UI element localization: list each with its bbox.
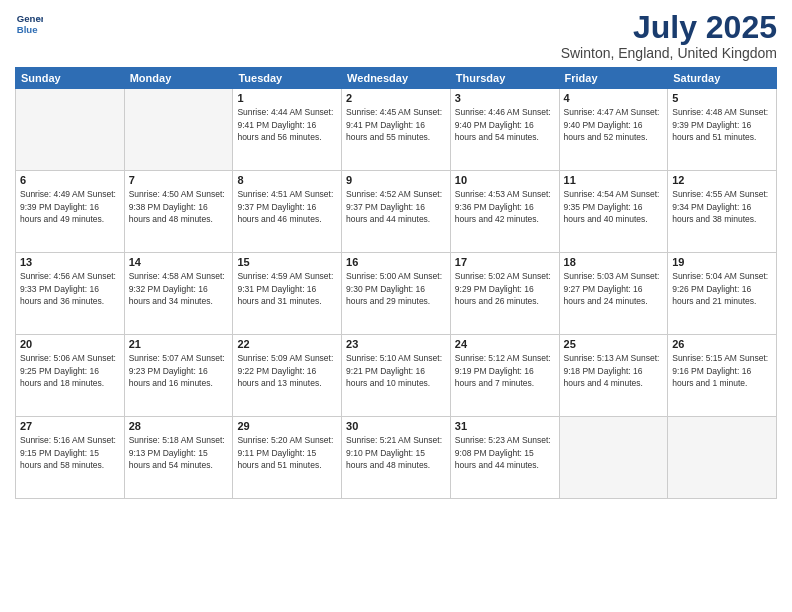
day-number: 3: [455, 92, 555, 104]
day-number: 14: [129, 256, 229, 268]
day-number: 12: [672, 174, 772, 186]
weekday-header: Friday: [559, 68, 668, 89]
calendar-cell: 13Sunrise: 4:56 AM Sunset: 9:33 PM Dayli…: [16, 253, 125, 335]
calendar-week-row: 13Sunrise: 4:56 AM Sunset: 9:33 PM Dayli…: [16, 253, 777, 335]
day-info: Sunrise: 5:10 AM Sunset: 9:21 PM Dayligh…: [346, 352, 446, 389]
calendar-cell: [559, 417, 668, 499]
day-info: Sunrise: 5:03 AM Sunset: 9:27 PM Dayligh…: [564, 270, 664, 307]
calendar-cell: 10Sunrise: 4:53 AM Sunset: 9:36 PM Dayli…: [450, 171, 559, 253]
calendar-cell: 21Sunrise: 5:07 AM Sunset: 9:23 PM Dayli…: [124, 335, 233, 417]
calendar: SundayMondayTuesdayWednesdayThursdayFrid…: [15, 67, 777, 499]
calendar-cell: 1Sunrise: 4:44 AM Sunset: 9:41 PM Daylig…: [233, 89, 342, 171]
logo-icon: General Blue: [15, 10, 43, 38]
calendar-cell: 30Sunrise: 5:21 AM Sunset: 9:10 PM Dayli…: [342, 417, 451, 499]
calendar-cell: 6Sunrise: 4:49 AM Sunset: 9:39 PM Daylig…: [16, 171, 125, 253]
header: General Blue July 2025 Swinton, England,…: [15, 10, 777, 61]
day-number: 16: [346, 256, 446, 268]
calendar-cell: [124, 89, 233, 171]
weekday-header: Thursday: [450, 68, 559, 89]
main-title: July 2025: [561, 10, 777, 45]
day-number: 21: [129, 338, 229, 350]
day-number: 19: [672, 256, 772, 268]
calendar-cell: 5Sunrise: 4:48 AM Sunset: 9:39 PM Daylig…: [668, 89, 777, 171]
calendar-cell: 3Sunrise: 4:46 AM Sunset: 9:40 PM Daylig…: [450, 89, 559, 171]
calendar-cell: 11Sunrise: 4:54 AM Sunset: 9:35 PM Dayli…: [559, 171, 668, 253]
title-block: July 2025 Swinton, England, United Kingd…: [561, 10, 777, 61]
calendar-cell: 15Sunrise: 4:59 AM Sunset: 9:31 PM Dayli…: [233, 253, 342, 335]
day-info: Sunrise: 4:56 AM Sunset: 9:33 PM Dayligh…: [20, 270, 120, 307]
calendar-cell: 29Sunrise: 5:20 AM Sunset: 9:11 PM Dayli…: [233, 417, 342, 499]
day-info: Sunrise: 5:15 AM Sunset: 9:16 PM Dayligh…: [672, 352, 772, 389]
calendar-week-row: 27Sunrise: 5:16 AM Sunset: 9:15 PM Dayli…: [16, 417, 777, 499]
calendar-cell: 2Sunrise: 4:45 AM Sunset: 9:41 PM Daylig…: [342, 89, 451, 171]
calendar-cell: [668, 417, 777, 499]
calendar-cell: 24Sunrise: 5:12 AM Sunset: 9:19 PM Dayli…: [450, 335, 559, 417]
day-number: 18: [564, 256, 664, 268]
weekday-header: Tuesday: [233, 68, 342, 89]
day-number: 8: [237, 174, 337, 186]
weekday-header: Monday: [124, 68, 233, 89]
day-info: Sunrise: 4:51 AM Sunset: 9:37 PM Dayligh…: [237, 188, 337, 225]
day-number: 2: [346, 92, 446, 104]
day-number: 6: [20, 174, 120, 186]
calendar-week-row: 1Sunrise: 4:44 AM Sunset: 9:41 PM Daylig…: [16, 89, 777, 171]
day-number: 22: [237, 338, 337, 350]
day-info: Sunrise: 4:46 AM Sunset: 9:40 PM Dayligh…: [455, 106, 555, 143]
day-info: Sunrise: 4:49 AM Sunset: 9:39 PM Dayligh…: [20, 188, 120, 225]
calendar-cell: 31Sunrise: 5:23 AM Sunset: 9:08 PM Dayli…: [450, 417, 559, 499]
day-info: Sunrise: 5:09 AM Sunset: 9:22 PM Dayligh…: [237, 352, 337, 389]
logo: General Blue: [15, 10, 43, 38]
day-info: Sunrise: 4:44 AM Sunset: 9:41 PM Dayligh…: [237, 106, 337, 143]
calendar-header-row: SundayMondayTuesdayWednesdayThursdayFrid…: [16, 68, 777, 89]
day-info: Sunrise: 4:55 AM Sunset: 9:34 PM Dayligh…: [672, 188, 772, 225]
subtitle: Swinton, England, United Kingdom: [561, 45, 777, 61]
day-info: Sunrise: 5:16 AM Sunset: 9:15 PM Dayligh…: [20, 434, 120, 471]
calendar-cell: 20Sunrise: 5:06 AM Sunset: 9:25 PM Dayli…: [16, 335, 125, 417]
weekday-header: Wednesday: [342, 68, 451, 89]
calendar-cell: 8Sunrise: 4:51 AM Sunset: 9:37 PM Daylig…: [233, 171, 342, 253]
day-number: 29: [237, 420, 337, 432]
calendar-cell: 7Sunrise: 4:50 AM Sunset: 9:38 PM Daylig…: [124, 171, 233, 253]
day-number: 15: [237, 256, 337, 268]
calendar-cell: 25Sunrise: 5:13 AM Sunset: 9:18 PM Dayli…: [559, 335, 668, 417]
day-number: 24: [455, 338, 555, 350]
day-number: 10: [455, 174, 555, 186]
day-number: 5: [672, 92, 772, 104]
day-info: Sunrise: 4:54 AM Sunset: 9:35 PM Dayligh…: [564, 188, 664, 225]
day-info: Sunrise: 4:58 AM Sunset: 9:32 PM Dayligh…: [129, 270, 229, 307]
day-info: Sunrise: 5:02 AM Sunset: 9:29 PM Dayligh…: [455, 270, 555, 307]
calendar-cell: 27Sunrise: 5:16 AM Sunset: 9:15 PM Dayli…: [16, 417, 125, 499]
calendar-cell: [16, 89, 125, 171]
calendar-week-row: 20Sunrise: 5:06 AM Sunset: 9:25 PM Dayli…: [16, 335, 777, 417]
day-number: 27: [20, 420, 120, 432]
day-info: Sunrise: 5:13 AM Sunset: 9:18 PM Dayligh…: [564, 352, 664, 389]
day-number: 7: [129, 174, 229, 186]
calendar-cell: 19Sunrise: 5:04 AM Sunset: 9:26 PM Dayli…: [668, 253, 777, 335]
day-info: Sunrise: 4:48 AM Sunset: 9:39 PM Dayligh…: [672, 106, 772, 143]
day-number: 30: [346, 420, 446, 432]
calendar-cell: 12Sunrise: 4:55 AM Sunset: 9:34 PM Dayli…: [668, 171, 777, 253]
day-info: Sunrise: 4:50 AM Sunset: 9:38 PM Dayligh…: [129, 188, 229, 225]
day-info: Sunrise: 4:53 AM Sunset: 9:36 PM Dayligh…: [455, 188, 555, 225]
day-info: Sunrise: 4:45 AM Sunset: 9:41 PM Dayligh…: [346, 106, 446, 143]
day-info: Sunrise: 4:52 AM Sunset: 9:37 PM Dayligh…: [346, 188, 446, 225]
day-number: 1: [237, 92, 337, 104]
calendar-cell: 9Sunrise: 4:52 AM Sunset: 9:37 PM Daylig…: [342, 171, 451, 253]
day-number: 25: [564, 338, 664, 350]
day-info: Sunrise: 5:07 AM Sunset: 9:23 PM Dayligh…: [129, 352, 229, 389]
calendar-cell: 28Sunrise: 5:18 AM Sunset: 9:13 PM Dayli…: [124, 417, 233, 499]
weekday-header: Sunday: [16, 68, 125, 89]
day-info: Sunrise: 5:18 AM Sunset: 9:13 PM Dayligh…: [129, 434, 229, 471]
day-info: Sunrise: 5:20 AM Sunset: 9:11 PM Dayligh…: [237, 434, 337, 471]
day-number: 17: [455, 256, 555, 268]
day-info: Sunrise: 4:47 AM Sunset: 9:40 PM Dayligh…: [564, 106, 664, 143]
day-number: 26: [672, 338, 772, 350]
day-number: 28: [129, 420, 229, 432]
calendar-cell: 18Sunrise: 5:03 AM Sunset: 9:27 PM Dayli…: [559, 253, 668, 335]
day-info: Sunrise: 5:21 AM Sunset: 9:10 PM Dayligh…: [346, 434, 446, 471]
calendar-cell: 23Sunrise: 5:10 AM Sunset: 9:21 PM Dayli…: [342, 335, 451, 417]
day-number: 13: [20, 256, 120, 268]
day-info: Sunrise: 5:23 AM Sunset: 9:08 PM Dayligh…: [455, 434, 555, 471]
calendar-cell: 16Sunrise: 5:00 AM Sunset: 9:30 PM Dayli…: [342, 253, 451, 335]
day-number: 9: [346, 174, 446, 186]
